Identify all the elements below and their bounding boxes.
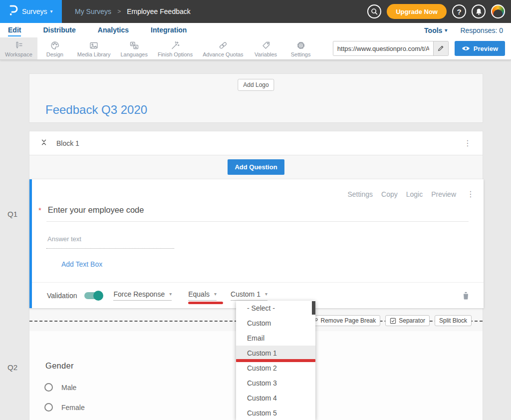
top-bar: Surveys ▾ My Surveys > Employee Feedback… xyxy=(0,0,511,23)
edit-url-button[interactable] xyxy=(433,41,448,55)
tools-menu[interactable]: Tools ▾ xyxy=(424,26,447,34)
finish-options-icon xyxy=(170,40,180,50)
add-question-strip: Add Question xyxy=(29,155,483,178)
responses-count[interactable]: Responses: 0 xyxy=(460,26,503,34)
operator-value: Equals xyxy=(188,290,210,298)
add-question-button[interactable]: Add Question xyxy=(228,159,284,175)
split-block-button[interactable]: Split Block xyxy=(435,315,472,326)
split-block-label: Split Block xyxy=(439,317,467,324)
delete-validation-button[interactable] xyxy=(462,291,470,300)
eye-icon xyxy=(462,45,470,51)
kebab-icon: ⋮ xyxy=(464,139,472,147)
languages-icon xyxy=(129,40,139,50)
answer-text-placeholder[interactable]: Answer text xyxy=(47,235,81,243)
search-icon xyxy=(370,7,378,15)
dropdown-option-email[interactable]: Email xyxy=(236,331,315,346)
toolbar-item-label: Settings xyxy=(291,51,311,57)
validation-value-select[interactable]: Custom 1 ▾ xyxy=(231,290,267,301)
validation-value: Custom 1 xyxy=(231,290,260,298)
chevron-down-icon: ▾ xyxy=(50,9,53,14)
radio-label[interactable]: Male xyxy=(61,384,76,392)
dropdown-option-custom-1[interactable]: Custom 1 xyxy=(236,346,315,361)
question-preview-link[interactable]: Preview xyxy=(431,190,456,198)
avatar[interactable] xyxy=(491,4,505,18)
radio-button[interactable] xyxy=(44,403,53,412)
tab-analytics[interactable]: Analytics xyxy=(98,24,129,36)
question-text[interactable]: Gender xyxy=(45,361,74,371)
upgrade-now-button[interactable]: Upgrade Now xyxy=(387,4,447,19)
toolbar-item-label: Languages xyxy=(120,51,147,57)
radio-button[interactable] xyxy=(44,383,53,392)
block-menu-button[interactable]: ⋮ xyxy=(462,138,474,148)
tabrow-right: Tools ▾ Responses: 0 xyxy=(424,26,503,34)
dropdown-option-custom-2[interactable]: Custom 2 xyxy=(236,361,315,376)
toggle-knob xyxy=(93,291,103,301)
toolbar-item-design[interactable]: Design xyxy=(37,37,72,59)
toolbar-item-settings[interactable]: Settings xyxy=(283,37,318,59)
survey-editor-page: Surveys ▾ My Surveys > Employee Feedback… xyxy=(0,0,511,420)
tab-integration[interactable]: Integration xyxy=(151,24,187,36)
dropdown-option-custom-3[interactable]: Custom 3 xyxy=(236,376,315,391)
question-settings-link[interactable]: Settings xyxy=(347,190,373,198)
toolbar-item-languages[interactable]: Languages xyxy=(115,37,152,59)
breadcrumb-my-surveys[interactable]: My Surveys xyxy=(75,7,111,15)
answer-option-male: Male xyxy=(44,383,76,392)
question-number-q1: Q1 xyxy=(7,210,17,218)
answer-option-female: Female xyxy=(44,403,85,412)
radio-label[interactable]: Female xyxy=(61,404,85,412)
checkbox-checked-icon xyxy=(390,318,396,324)
force-response-select[interactable]: Force Response ▾ xyxy=(113,290,172,301)
surveys-menu[interactable]: Surveys ▾ xyxy=(22,7,53,15)
tab-distribute[interactable]: Distribute xyxy=(43,24,75,36)
block-title[interactable]: Block 1 xyxy=(56,139,79,147)
add-logo-button[interactable]: Add Logo xyxy=(238,79,274,91)
question-copy-link[interactable]: Copy xyxy=(381,190,398,198)
advance-quotas-icon xyxy=(218,40,228,50)
preview-button-label: Preview xyxy=(474,45,498,52)
help-button[interactable]: ? xyxy=(452,4,466,18)
breadcrumb-current-survey: Employee Feedback xyxy=(127,7,191,15)
separator-button[interactable]: Separator xyxy=(385,315,430,326)
operator-select[interactable]: Equals ▾ xyxy=(188,290,217,301)
dropdown-option-custom-5[interactable]: Custom 5 xyxy=(236,406,315,420)
workspace-icon xyxy=(13,40,23,50)
validation-value-dropdown: - Select - Custom Email Custom 1 Custom … xyxy=(236,301,315,420)
media-library-icon xyxy=(89,40,99,50)
toolbar-item-label: Media Library xyxy=(77,51,111,57)
collapse-block-button[interactable] xyxy=(40,138,47,148)
toolbar-item-variables[interactable]: Variables xyxy=(249,37,283,59)
notifications-button[interactable] xyxy=(472,4,486,18)
question-menu-button[interactable]: ⋮ xyxy=(465,189,477,199)
toolbar-item-media-library[interactable]: Media Library xyxy=(72,37,116,59)
answer-text-underline xyxy=(46,248,174,249)
survey-title[interactable]: Feedback Q3 2020 xyxy=(45,103,147,117)
survey-url-input[interactable] xyxy=(333,41,433,55)
breadcrumb: My Surveys > Employee Feedback xyxy=(75,7,191,15)
chevron-down-icon: ▾ xyxy=(214,292,217,297)
chevron-down-icon: ▾ xyxy=(169,292,172,297)
search-button[interactable] xyxy=(367,4,381,18)
chevron-down-icon: ▾ xyxy=(445,28,447,33)
dropdown-option-select[interactable]: - Select - xyxy=(236,301,315,316)
toolbar-item-finish-options[interactable]: Finish Options xyxy=(153,37,198,59)
dropdown-option-custom-4[interactable]: Custom 4 xyxy=(236,391,315,406)
toolbar-item-advance-quotas[interactable]: Advance Quotas xyxy=(198,37,248,59)
question-logic-link[interactable]: Logic xyxy=(406,190,423,198)
page-break-buttons: Remove Page Break Separator Split Block xyxy=(307,315,472,326)
add-text-box-link[interactable]: Add Text Box xyxy=(61,260,102,268)
dropdown-scrollbar[interactable] xyxy=(312,301,315,315)
remove-page-break-button[interactable]: Remove Page Break xyxy=(307,315,381,326)
question-mark-icon: ? xyxy=(457,7,461,16)
question-card-q1: Settings Copy Logic Preview ⋮ * Enter yo… xyxy=(29,179,484,308)
section-tabs: Edit Distribute Analytics Integration To… xyxy=(0,23,511,37)
toolbar-item-workspace[interactable]: Workspace xyxy=(0,37,37,59)
tab-edit[interactable]: Edit xyxy=(8,24,21,36)
breadcrumb-separator-icon: > xyxy=(117,8,121,15)
question-text[interactable]: Enter your employee code xyxy=(48,205,144,215)
preview-button[interactable]: Preview xyxy=(455,41,505,56)
product-switcher[interactable]: Surveys ▾ xyxy=(0,0,62,23)
questionpro-logo-icon xyxy=(7,4,18,18)
dropdown-option-custom[interactable]: Custom xyxy=(236,316,315,331)
remove-page-break-label: Remove Page Break xyxy=(321,317,376,324)
validation-toggle[interactable] xyxy=(84,292,102,299)
